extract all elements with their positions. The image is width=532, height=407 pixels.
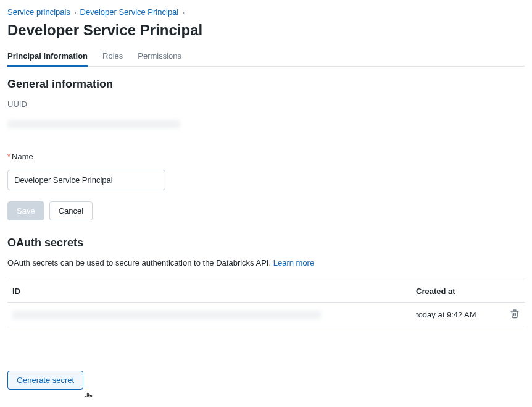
secret-id-redacted [12, 311, 321, 319]
generate-secret-button[interactable]: Generate secret [7, 371, 83, 390]
oauth-secrets-heading: OAuth secrets [7, 237, 525, 250]
required-asterisk-icon: * [7, 152, 10, 161]
breadcrumb-current-link[interactable]: Developer Service Principal [80, 7, 179, 17]
cancel-button[interactable]: Cancel [49, 201, 93, 220]
tab-principal-information[interactable]: Principal information [7, 46, 88, 67]
general-information-heading: General information [7, 78, 525, 91]
chevron-right-icon: › [74, 9, 77, 16]
column-header-created-at: Created at [411, 280, 500, 303]
tabs: Principal information Roles Permissions [7, 46, 525, 67]
name-input[interactable] [7, 170, 165, 190]
tab-permissions[interactable]: Permissions [138, 46, 181, 67]
pointer-cursor-icon [84, 392, 94, 397]
uuid-label: UUID [7, 99, 525, 109]
breadcrumb: Service principals › Developer Service P… [7, 7, 525, 17]
table-row: today at 9:42 AM [7, 303, 525, 327]
oauth-description: OAuth secrets can be used to secure auth… [7, 258, 525, 267]
tab-roles[interactable]: Roles [102, 46, 123, 67]
oauth-secrets-table: ID Created at today at 9:42 AM [7, 280, 525, 327]
learn-more-link[interactable]: Learn more [273, 258, 314, 267]
save-button: Save [7, 201, 44, 220]
trash-icon[interactable] [510, 309, 520, 319]
page-title: Developer Service Principal [7, 22, 525, 39]
name-field-label: *Name [7, 152, 525, 161]
secret-created-at: today at 9:42 AM [411, 303, 500, 327]
chevron-right-icon: › [182, 9, 185, 16]
breadcrumb-root-link[interactable]: Service principals [7, 7, 70, 17]
column-header-id: ID [7, 280, 411, 303]
uuid-value-redacted [7, 120, 180, 128]
